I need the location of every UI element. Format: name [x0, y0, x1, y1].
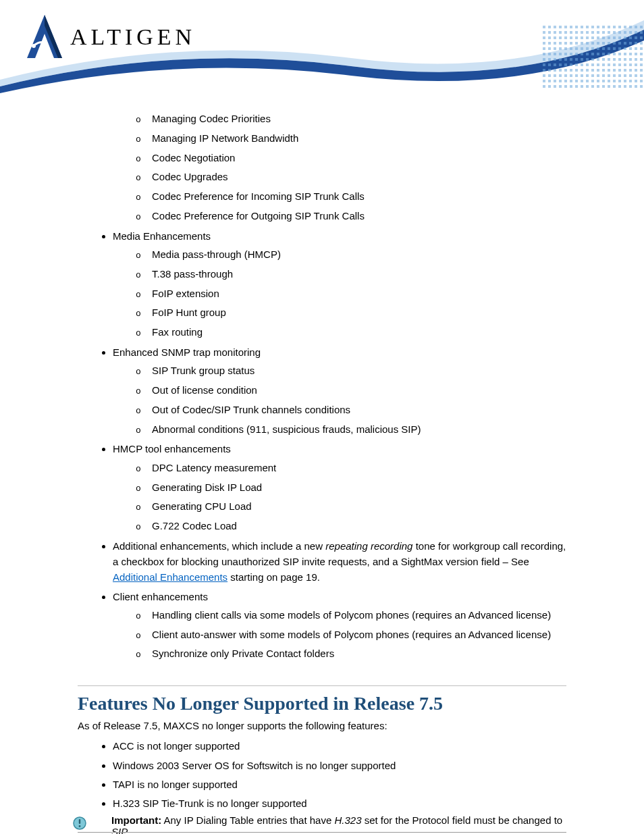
section-heading: Features No Longer Supported in Release … — [78, 685, 566, 714]
list-label: Media Enhancements — [113, 230, 211, 242]
codec-sublist: Managing Codec Priorities Managing IP Ne… — [152, 111, 566, 225]
list-item: Codec Preference for Outgoing SIP Trunk … — [152, 208, 566, 225]
client-sublist: Handling client calls via some models of… — [152, 607, 566, 662]
hmcp-sublist: DPC Latency measurement Generating Disk … — [152, 460, 566, 535]
list-item: Codec Preference for Incoming SIP Trunk … — [152, 188, 566, 205]
text: Additional enhancements, which include a… — [113, 540, 325, 552]
list-item: Out of Codec/SIP Trunk channels conditio… — [152, 402, 566, 419]
snmp-sublist: SIP Trunk group status Out of license co… — [152, 363, 566, 438]
no-longer-supported-list: ACC is not longer supported Windows 2003… — [113, 738, 566, 811]
list-item: Fax routing — [152, 324, 566, 341]
list-item: TAPI is no longer supported — [113, 777, 566, 792]
list-item: Out of license condition — [152, 382, 566, 399]
header-dot-pattern — [543, 26, 644, 90]
text-italic: H.323 — [334, 814, 361, 826]
page-footer: MaxCS 7.5 New Features Guide Page 6 of 2… — [78, 832, 566, 834]
important-label: Important: — [111, 814, 161, 826]
list-item: ACC is not longer supported — [113, 738, 566, 754]
list-item: Client auto-answer with some models of P… — [152, 627, 566, 644]
list-item: Client enhancements Handling client call… — [113, 589, 566, 663]
list-item: Abnormal conditions (911, suspicious fra… — [152, 421, 566, 438]
list-item: Windows 2003 Server OS for Softswitch is… — [113, 758, 566, 773]
list-item: Synchronize only Private Contact folders — [152, 646, 566, 662]
text: set for the Protocol field must be chang… — [361, 814, 562, 826]
svg-rect-1 — [543, 26, 644, 90]
list-item: FoIP Hunt group — [152, 305, 566, 321]
svg-point-2 — [32, 44, 36, 48]
list-item: FoIP extension — [152, 286, 566, 303]
logo-text: ALTIGEN — [70, 24, 196, 50]
svg-point-5 — [79, 825, 81, 827]
list-label: HMCP tool enhancements — [113, 443, 231, 454]
list-item: Managing Codec Priorities — [152, 111, 566, 128]
text: Any IP Dialing Table entries that have — [161, 814, 334, 826]
company-logo: ALTIGEN — [26, 14, 196, 61]
list-item: Managing IP Network Bandwidth — [152, 130, 566, 147]
additional-item: Additional enhancements, which include a… — [113, 538, 566, 585]
text-italic: repeating recording — [325, 540, 412, 552]
additional-enhancements-link[interactable]: Additional Enhancements — [113, 571, 227, 583]
section-intro: As of Release 7.5, MAXCS no longer suppo… — [78, 720, 566, 731]
list-item: Media Enhancements Media pass-through (H… — [113, 228, 566, 341]
list-item: Generating CPU Load — [152, 498, 566, 515]
media-sublist: Media pass-through (HMCP) T.38 pass-thro… — [152, 246, 566, 341]
list-item: Enhanced SNMP trap monitoring SIP Trunk … — [113, 344, 566, 438]
list-item: Media pass-through (HMCP) — [152, 246, 566, 263]
list-label: Enhanced SNMP trap monitoring — [113, 346, 261, 358]
list-item: Codec Upgrades — [152, 169, 566, 186]
list-item: SIP Trunk group status — [152, 363, 566, 380]
text: starting on page 19. — [227, 571, 320, 583]
logo-mark-icon — [26, 14, 63, 61]
list-item: T.38 pass-through — [152, 266, 566, 283]
list-item: DPC Latency measurement — [152, 460, 566, 477]
document-page: ALTIGEN Managing Codec Priorities Managi… — [0, 0, 644, 834]
list-item: HMCP tool enhancements DPC Latency measu… — [113, 441, 566, 534]
list-item: G.722 Codec Load — [152, 518, 566, 535]
list-label: Client enhancements — [113, 591, 208, 602]
alert-icon — [72, 816, 87, 833]
list-item: Generating Disk IP Load — [152, 479, 566, 496]
page-header: ALTIGEN — [0, 0, 644, 101]
page-content: Managing Codec Priorities Managing IP Ne… — [0, 101, 644, 834]
list-item: Codec Negotiation — [152, 150, 566, 167]
list-item: H.323 SIP Tie-Trunk is no longer support… — [113, 796, 566, 811]
top-list: Media Enhancements Media pass-through (H… — [113, 228, 566, 663]
list-item: Handling client calls via some models of… — [152, 607, 566, 624]
svg-rect-4 — [79, 819, 80, 824]
